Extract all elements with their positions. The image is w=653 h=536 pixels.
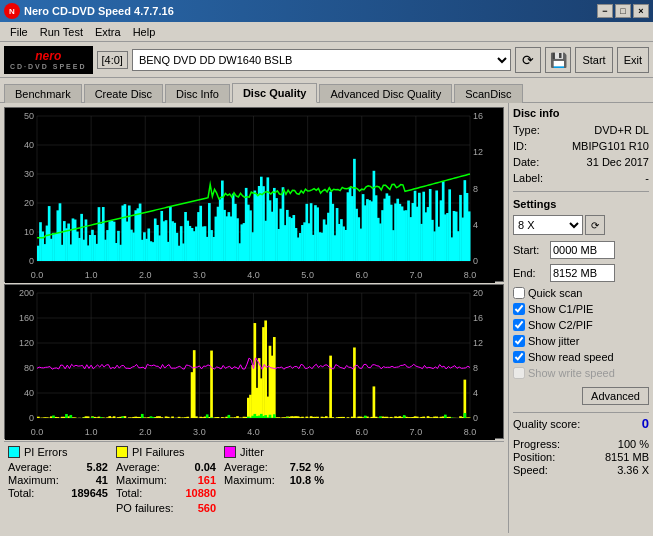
titlebar-buttons: − □ × — [597, 4, 649, 18]
show-c1pie-row: Show C1/PIE — [513, 303, 649, 315]
app-title: Nero CD-DVD Speed 4.7.7.16 — [24, 5, 174, 17]
tab-create-disc[interactable]: Create Disc — [84, 84, 163, 103]
bottom-chart — [4, 284, 504, 439]
pi-errors-max-val: 41 — [96, 474, 108, 486]
menubar: File Run Test Extra Help — [0, 22, 653, 42]
jitter-label: Jitter — [240, 446, 264, 458]
date-value: 31 Dec 2017 — [587, 156, 649, 168]
menu-extra[interactable]: Extra — [89, 24, 127, 40]
show-c2pif-row: Show C2/PIF — [513, 319, 649, 331]
settings-refresh-btn[interactable]: ⟳ — [585, 215, 605, 235]
tab-disc-info[interactable]: Disc Info — [165, 84, 230, 103]
id-value: MBIPG101 R10 — [572, 140, 649, 152]
maximize-button[interactable]: □ — [615, 4, 631, 18]
progress-value: 100 % — [618, 438, 649, 450]
tab-bar: Benchmark Create Disc Disc Info Disc Qua… — [0, 78, 653, 103]
show-read-speed-checkbox[interactable] — [513, 351, 525, 363]
quality-score-row: Quality score: 0 — [513, 412, 649, 431]
show-c1pie-label: Show C1/PIE — [528, 303, 593, 315]
end-label: End: — [513, 267, 548, 279]
menu-help[interactable]: Help — [127, 24, 162, 40]
quick-scan-row: Quick scan — [513, 287, 649, 299]
app-icon: N — [4, 3, 20, 19]
save-button[interactable]: 💾 — [545, 47, 571, 73]
settings-title: Settings — [513, 198, 649, 210]
position-label: Position: — [513, 451, 555, 463]
menu-file[interactable]: File — [4, 24, 34, 40]
tab-scandisc[interactable]: ScanDisc — [454, 84, 522, 103]
end-input[interactable] — [550, 264, 615, 282]
show-write-speed-row: Show write speed — [513, 367, 649, 379]
show-read-speed-label: Show read speed — [528, 351, 614, 363]
id-label: ID: — [513, 140, 527, 152]
menu-run-test[interactable]: Run Test — [34, 24, 89, 40]
jitter-avg-val: 7.52 % — [290, 461, 324, 473]
progress-label: Progress: — [513, 438, 560, 450]
main-content: PI Errors Average: 5.82 Maximum: 41 Tota… — [0, 103, 653, 533]
chart-area: PI Errors Average: 5.82 Maximum: 41 Tota… — [0, 103, 508, 533]
show-c1pie-checkbox[interactable] — [513, 303, 525, 315]
po-failures-label: PO failures: — [116, 502, 173, 514]
close-button[interactable]: × — [633, 4, 649, 18]
pi-errors-label: PI Errors — [24, 446, 67, 458]
exit-button[interactable]: Exit — [617, 47, 649, 73]
show-write-speed-checkbox — [513, 367, 525, 379]
divider-1 — [513, 191, 649, 192]
speed-setting-row: 8 X ⟳ — [513, 215, 649, 235]
disc-label-value: - — [645, 172, 649, 184]
pi-failures-max-val: 161 — [198, 474, 216, 486]
advanced-button[interactable]: Advanced — [582, 387, 649, 405]
top-chart — [4, 107, 504, 282]
jitter-color — [224, 446, 236, 458]
pi-failures-color — [116, 446, 128, 458]
tab-benchmark[interactable]: Benchmark — [4, 84, 82, 103]
tab-advanced-disc-quality[interactable]: Advanced Disc Quality — [319, 84, 452, 103]
show-jitter-label: Show jitter — [528, 335, 579, 347]
pi-errors-stat: PI Errors Average: 5.82 Maximum: 41 Tota… — [8, 446, 108, 514]
tab-disc-quality[interactable]: Disc Quality — [232, 83, 318, 103]
progress-section: Progress: 100 % Position: 8151 MB Speed:… — [513, 438, 649, 477]
pi-errors-color — [8, 446, 20, 458]
quick-scan-checkbox[interactable] — [513, 287, 525, 299]
quality-score-value: 0 — [642, 416, 649, 431]
jitter-stat: Jitter Average: 7.52 % Maximum: 10.8 % — [224, 446, 324, 514]
type-value: DVD+R DL — [594, 124, 649, 136]
show-write-speed-label: Show write speed — [528, 367, 615, 379]
show-c2pif-checkbox[interactable] — [513, 319, 525, 331]
pi-errors-max-label: Maximum: — [8, 474, 59, 486]
disc-label-label: Label: — [513, 172, 543, 184]
pi-errors-total-label: Total: — [8, 487, 34, 499]
date-label: Date: — [513, 156, 539, 168]
start-label: Start: — [513, 244, 548, 256]
po-failures-val: 560 — [198, 502, 216, 514]
minimize-button[interactable]: − — [597, 4, 613, 18]
quick-scan-label: Quick scan — [528, 287, 582, 299]
show-read-speed-row: Show read speed — [513, 351, 649, 363]
toolbar: nero CD·DVD SPEED [4:0] BENQ DVD DD DW16… — [0, 42, 653, 78]
end-input-row: End: — [513, 264, 649, 282]
speed-label: Speed: — [513, 464, 548, 476]
stats-section: PI Errors Average: 5.82 Maximum: 41 Tota… — [4, 441, 504, 518]
pi-failures-stat: PI Failures Average: 0.04 Maximum: 161 T… — [116, 446, 216, 514]
titlebar-left: N Nero CD-DVD Speed 4.7.7.16 — [4, 3, 174, 19]
disc-info-title: Disc info — [513, 107, 649, 119]
show-c2pif-label: Show C2/PIF — [528, 319, 593, 331]
jitter-max-val: 10.8 % — [290, 474, 324, 486]
pi-failures-total-label: Total: — [116, 487, 142, 499]
start-button[interactable]: Start — [575, 47, 612, 73]
jitter-max-label: Maximum: — [224, 474, 275, 486]
jitter-avg-label: Average: — [224, 461, 268, 473]
drive-label: [4:0] — [97, 51, 128, 69]
pi-failures-avg-val: 0.04 — [195, 461, 216, 473]
pi-failures-total-val: 10880 — [185, 487, 216, 499]
refresh-button[interactable]: ⟳ — [515, 47, 541, 73]
start-input[interactable] — [550, 241, 615, 259]
pi-failures-avg-label: Average: — [116, 461, 160, 473]
speed-select[interactable]: 8 X — [513, 215, 583, 235]
titlebar: N Nero CD-DVD Speed 4.7.7.16 − □ × — [0, 0, 653, 22]
position-value: 8151 MB — [605, 451, 649, 463]
pi-errors-total-val: 189645 — [71, 487, 108, 499]
quality-score-label: Quality score: — [513, 418, 580, 430]
drive-select[interactable]: BENQ DVD DD DW1640 BSLB — [132, 49, 512, 71]
show-jitter-checkbox[interactable] — [513, 335, 525, 347]
